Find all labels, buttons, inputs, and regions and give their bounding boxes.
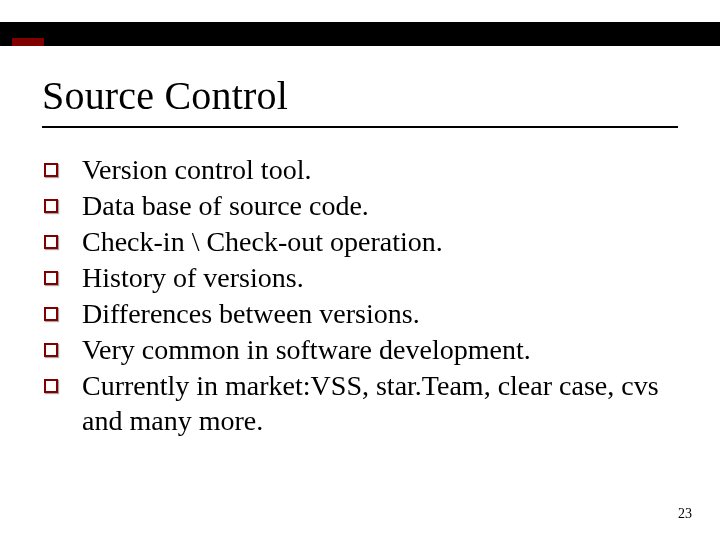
list-item: Differences between versions. (44, 296, 676, 331)
bullet-text: Version control tool. (82, 152, 676, 187)
bullet-marker-icon (44, 235, 58, 249)
list-item: Very common in software development. (44, 332, 676, 367)
bullet-marker-icon (44, 307, 58, 321)
slide: Source Control Version control tool. Dat… (0, 0, 720, 540)
bullet-text: Check-in \ Check-out operation. (82, 224, 676, 259)
bullet-text: Differences between versions. (82, 296, 676, 331)
bullet-marker-icon (44, 379, 58, 393)
list-item: History of versions. (44, 260, 676, 295)
bullet-text: Very common in software development. (82, 332, 676, 367)
bullet-list: Version control tool. Data base of sourc… (44, 152, 676, 439)
bullet-marker-icon (44, 343, 58, 357)
list-item: Version control tool. (44, 152, 676, 187)
title-underline (42, 126, 678, 128)
list-item: Check-in \ Check-out operation. (44, 224, 676, 259)
bullet-text: Data base of source code. (82, 188, 676, 223)
top-accent (12, 38, 44, 46)
top-bar (0, 22, 720, 46)
list-item: Currently in market:VSS, star.Team, clea… (44, 368, 676, 438)
bullet-text: Currently in market:VSS, star.Team, clea… (82, 368, 676, 438)
slide-title: Source Control (42, 72, 288, 119)
page-number: 23 (678, 506, 692, 522)
bullet-marker-icon (44, 199, 58, 213)
bullet-marker-icon (44, 163, 58, 177)
bullet-marker-icon (44, 271, 58, 285)
list-item: Data base of source code. (44, 188, 676, 223)
bullet-text: History of versions. (82, 260, 676, 295)
